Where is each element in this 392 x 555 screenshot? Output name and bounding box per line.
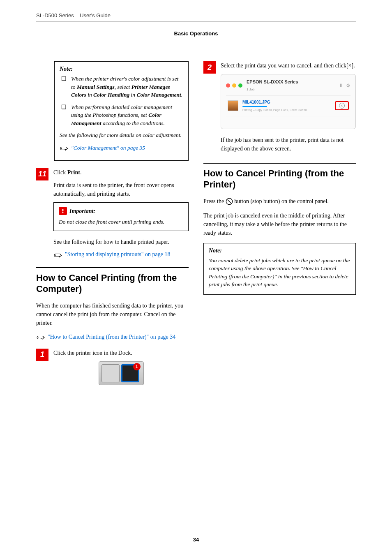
settings-gear-icon: ⚙	[346, 82, 350, 89]
note-cannot-delete-text: You cannot delete print jobs which are i…	[209, 257, 350, 289]
cancel-job-button-highlight: ×	[335, 101, 349, 110]
step-number-2: 2	[203, 61, 216, 74]
see-following-handle-paper: See the following for how to handle prin…	[53, 238, 189, 246]
queue-job-count: 1 Job	[247, 88, 255, 91]
link-text: "How to Cancel Printing (from the Printe…	[48, 333, 175, 341]
link-text: "Color Management" on page 35	[71, 144, 145, 152]
heading-cancel-from-printer: How to Cancel Printing (from the Printer…	[203, 163, 356, 190]
section-label: Basic Operations	[36, 30, 356, 37]
link-color-management[interactable]: "Color Management" on page 35	[60, 144, 183, 152]
pause-icon: ⏸	[339, 82, 344, 89]
hand-pointer-icon	[60, 145, 69, 152]
dock-tile-generic	[101, 364, 120, 382]
step-2-select-cancel: 2 Select the print data you want to canc…	[203, 61, 356, 157]
dock-badge: 1	[133, 363, 141, 370]
note-label: Note:	[209, 247, 350, 254]
step-2-after-note: If the job has been sent to the printer,…	[221, 136, 356, 153]
minimize-dot-icon	[232, 83, 236, 88]
print-queue-window: EPSON SL-DXXX Series 1 Job ⏸ ⚙ MIL4	[221, 74, 356, 129]
link-text: "Storing and displaying printouts" on pa…	[65, 250, 170, 259]
svg-line-3	[227, 200, 231, 204]
header-rule	[36, 21, 356, 21]
print-job-row: MIL41001.JPG Printing – Copy 9 of 50, Pa…	[226, 95, 350, 116]
dock-tile-printer: 1	[121, 364, 139, 382]
step-number-1: 1	[36, 349, 48, 361]
note-item-manual-settings: When the printer driver's color adjustme…	[61, 75, 183, 99]
job-thumbnail	[228, 100, 238, 111]
note-label: Note:	[60, 66, 183, 72]
left-column: Note: When the printer driver's color ad…	[36, 61, 189, 393]
step-1-text: Click the printer icon in the Dock.	[53, 349, 189, 357]
product-name: SL-D500 Series	[36, 12, 74, 18]
stop-button-icon	[226, 198, 233, 205]
note-item-photoshop: When performing detailed color managemen…	[61, 103, 183, 127]
job-progress-bar	[242, 106, 267, 107]
step-11: 11 Click Print. Print data is sent to th…	[36, 168, 189, 261]
step-11-click-print: Click Print.	[53, 168, 189, 177]
note-box-cannot-delete: Note: You cannot delete print jobs which…	[203, 243, 356, 295]
hand-pointer-icon	[53, 252, 62, 259]
window-traffic-lights	[226, 83, 242, 88]
cancel-computer-description: When the computer has finished sending d…	[36, 301, 189, 327]
page-number: 34	[0, 536, 392, 543]
cancel-middle-printing: The print job is canceled even in the mi…	[203, 211, 356, 237]
guide-name: User's Guide	[80, 12, 111, 18]
heading-cancel-from-computer: How to Cancel Printing (from the Compute…	[36, 267, 189, 295]
important-label: Important:	[69, 207, 95, 215]
dock-screenshot: 1	[99, 361, 144, 385]
link-cancel-from-printer[interactable]: "How to Cancel Printing (from the Printe…	[36, 333, 189, 341]
page-header: SL-D500 Series User's Guide	[36, 12, 356, 18]
hand-pointer-icon	[36, 334, 45, 341]
svg-rect-0	[62, 209, 64, 211]
note-box-adjustment: Note: When the printer driver's color ad…	[54, 61, 189, 161]
step-number-11: 11	[36, 168, 48, 180]
step-11-description: Print data is sent to the printer, the f…	[53, 181, 189, 198]
important-text: Do not close the front cover until print…	[59, 218, 183, 226]
cancel-job-x-icon[interactable]: ×	[339, 103, 345, 109]
job-status-text: Printing – Copy 9 of 50, Page 1 of 1, Sh…	[242, 108, 331, 113]
note-see-following: See the following for more details on co…	[60, 131, 183, 139]
close-dot-icon	[226, 83, 230, 88]
step-1-dock: 1 Click the printer icon in the Dock. 1	[36, 349, 189, 388]
step-2-text: Select the print data you want to cancel…	[221, 61, 356, 70]
link-storing-printouts[interactable]: "Storing and displaying printouts" on pa…	[53, 250, 189, 259]
svg-point-1	[62, 212, 64, 213]
queue-window-title: EPSON SL-DXXX Series 1 Job	[247, 79, 339, 92]
important-icon	[59, 207, 67, 215]
important-box: Important: Do not close the front cover …	[53, 202, 189, 231]
zoom-dot-icon	[238, 83, 242, 88]
right-column: 2 Select the print data you want to canc…	[203, 61, 356, 393]
press-stop-button: Press the button (stop button) on the co…	[203, 197, 356, 206]
job-filename: MIL41001.JPG	[242, 99, 331, 105]
